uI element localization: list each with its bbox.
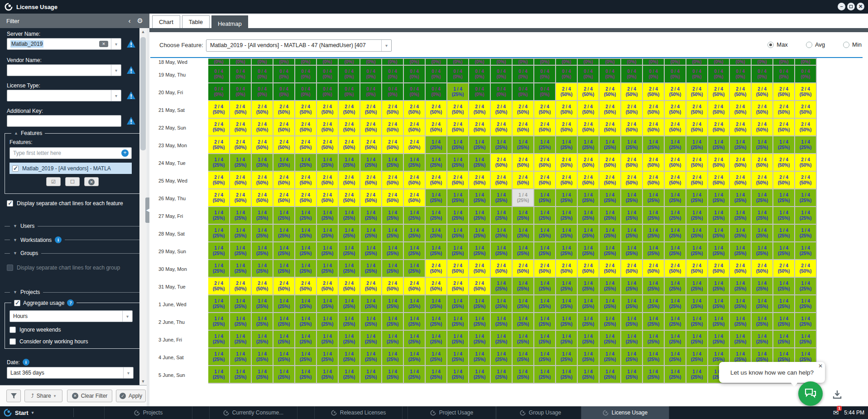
heatmap-cell[interactable]: 1 / 4(25%) [230, 225, 252, 242]
additional-key-input[interactable] [7, 115, 121, 127]
heatmap-cell[interactable]: 0 / 4(0%) [317, 83, 339, 101]
heatmap-cell[interactable]: 1 / 4(25%) [730, 331, 752, 348]
heatmap-cell[interactable]: 2 / 4(50%) [686, 172, 708, 189]
heatmap-cell[interactable]: 1 / 4(25%) [665, 225, 686, 242]
heatmap-cell[interactable]: 2 / 4(50%) [795, 101, 817, 119]
heatmap-cell[interactable]: 1 / 4(25%) [230, 260, 252, 278]
heatmap-cell[interactable]: 1 / 4(25%) [469, 207, 491, 225]
chevron-down-icon[interactable]: ▾ [122, 311, 132, 322]
help-icon[interactable]: ? [67, 299, 74, 306]
heatmap-cell[interactable]: 1 / 4(25%) [686, 225, 708, 242]
heatmap-cell[interactable]: 1 / 4(25%) [404, 313, 426, 331]
heatmap-cell[interactable]: 2 / 4(50%) [773, 260, 795, 278]
heatmap-cell[interactable]: 2 / 4(50%) [665, 101, 686, 119]
heatmap-cell[interactable]: 1 / 4(25%) [578, 225, 599, 242]
heatmap-cell[interactable]: 1 / 4(25%) [273, 207, 295, 225]
heatmap-cell[interactable]: 2 / 4(50%) [752, 154, 773, 172]
heatmap-cell[interactable]: 1 / 4(25%) [426, 366, 447, 384]
heatmap-cell[interactable]: 0 / 4(0%) [643, 66, 665, 83]
heatmap-cell[interactable]: 2 / 4(50%) [578, 260, 599, 278]
heatmap-cell[interactable]: 1 / 4(25%) [382, 225, 404, 242]
heatmap-cell[interactable]: 0 / 4(0%) [404, 66, 426, 83]
heatmap-cell[interactable]: 1 / 4(25%) [295, 331, 317, 348]
heatmap-cell[interactable]: 1 / 4(25%) [295, 154, 317, 172]
heatmap-cell[interactable]: 2 / 4(50%) [447, 172, 469, 189]
scroll-down-icon[interactable]: ▼ [139, 378, 147, 385]
heatmap-cell[interactable]: 2 / 4(50%) [252, 119, 273, 136]
heatmap-cell[interactable]: 1 / 4(25%) [252, 313, 273, 331]
heatmap-cell[interactable]: 2 / 4(50%) [556, 119, 578, 136]
heatmap-cell[interactable]: 1 / 4(25%) [252, 154, 273, 172]
heatmap-cell[interactable]: 1 / 4(25%) [317, 207, 339, 225]
heatmap-cell[interactable]: 1 / 4(25%) [665, 348, 686, 366]
heatmap-cell[interactable]: 1 / 4(25%) [447, 242, 469, 260]
heatmap-cell[interactable]: 2 / 4(50%) [621, 101, 643, 119]
heatmap-cell[interactable]: 2 / 4(50%) [752, 101, 773, 119]
separate-feature-checkbox-row[interactable]: Display separate chart lines for each fe… [7, 200, 123, 207]
heatmap-cell[interactable]: 2 / 4(50%) [534, 260, 556, 278]
heatmap-cell[interactable]: 1 / 4(25%) [643, 295, 665, 313]
heatmap-cell[interactable]: 0 / 4(0%) [317, 66, 339, 83]
heatmap-cell[interactable]: 1 / 4(25%) [295, 260, 317, 278]
heatmap-cell[interactable]: 1 / 4(25%) [491, 136, 513, 154]
heatmap-cell[interactable]: 1 / 4(25%) [513, 295, 534, 313]
heatmap-cell[interactable]: 0 / 4(0%) [252, 83, 273, 101]
heatmap-cell[interactable]: 1 / 4(25%) [556, 348, 578, 366]
heatmap-cell[interactable]: 1 / 4(25%) [578, 366, 599, 384]
heatmap-cell[interactable]: 0 / 4(0%) [556, 58, 578, 66]
heatmap-cell[interactable]: 2 / 4(50%) [491, 172, 513, 189]
heatmap-cell[interactable]: 2 / 4(50%) [382, 101, 404, 119]
heatmap-cell[interactable]: 2 / 4(50%) [665, 154, 686, 172]
heatmap-cell[interactable]: 2 / 4(50%) [273, 172, 295, 189]
heatmap-cell[interactable]: 1 / 4(25%) [665, 366, 686, 384]
heatmap-cell[interactable]: 2 / 4(50%) [404, 101, 426, 119]
heatmap-cell[interactable]: 1 / 4(25%) [730, 242, 752, 260]
heatmap-cell[interactable]: 2 / 4(50%) [317, 119, 339, 136]
vendor-name-select[interactable]: ▾ [7, 64, 121, 76]
heatmap-cell[interactable]: 1 / 4(25%) [621, 331, 643, 348]
heatmap-cell[interactable]: 2 / 4(50%) [230, 136, 252, 154]
heatmap-cell[interactable]: 2 / 4(50%) [578, 101, 599, 119]
heatmap-cell[interactable]: 1 / 4(25%) [795, 313, 817, 331]
heatmap-cell[interactable]: 0 / 4(0%) [773, 66, 795, 83]
heatmap-cell[interactable]: 1 / 4(25%) [578, 242, 599, 260]
heatmap-cell[interactable]: 1 / 4(25%) [252, 260, 273, 278]
heatmap-cell[interactable]: 2 / 4(50%) [621, 154, 643, 172]
heatmap-cell[interactable]: 1 / 4(25%) [621, 295, 643, 313]
heatmap-cell[interactable]: 2 / 4(50%) [513, 119, 534, 136]
heatmap-cell[interactable]: 0 / 4(0%) [273, 83, 295, 101]
heatmap-cell[interactable]: 2 / 4(50%) [708, 101, 730, 119]
heatmap-cell[interactable]: 1 / 4(25%) [556, 295, 578, 313]
heatmap-cell[interactable]: 1 / 4(25%) [686, 207, 708, 225]
heatmap-cell[interactable]: 1 / 4(25%) [469, 313, 491, 331]
heatmap-cell[interactable]: 1 / 4(25%) [360, 154, 382, 172]
heatmap-cell[interactable]: 1 / 4(25%) [208, 260, 230, 278]
heatmap-cell[interactable]: 1 / 4(25%) [752, 207, 773, 225]
heatmap-cell[interactable]: 2 / 4(50%) [643, 154, 665, 172]
heatmap-cell[interactable]: 0 / 4(0%) [295, 58, 317, 66]
tab-heatmap[interactable]: Heatmap [211, 15, 248, 32]
heatmap-cell[interactable]: 1 / 4(25%) [556, 278, 578, 295]
heatmap-cell[interactable]: 1 / 4(25%) [426, 225, 447, 242]
restore-icon[interactable] [847, 3, 855, 10]
heatmap-cell[interactable]: 2 / 4(50%) [621, 83, 643, 101]
heatmap-cell[interactable]: 2 / 4(50%) [578, 154, 599, 172]
heatmap-cell[interactable]: 2 / 4(50%) [469, 260, 491, 278]
heatmap-cell[interactable]: 2 / 4(50%) [317, 136, 339, 154]
heatmap-cell[interactable]: 2 / 4(50%) [230, 189, 252, 207]
heatmap-cell[interactable]: 1 / 4(25%) [643, 189, 665, 207]
radio-min[interactable]: Min [843, 41, 862, 48]
heatmap-cell[interactable]: 2 / 4(50%) [621, 119, 643, 136]
heatmap-cell[interactable]: 2 / 4(50%) [317, 278, 339, 295]
heatmap-cell[interactable]: 1 / 4(25%) [752, 313, 773, 331]
heatmap-cell[interactable]: 1 / 4(25%) [599, 242, 621, 260]
close-icon[interactable]: ✕ [857, 3, 864, 10]
heatmap-cell[interactable]: 0 / 4(0%) [730, 66, 752, 83]
heatmap-cell[interactable]: 1 / 4(25%) [578, 207, 599, 225]
heatmap-cell[interactable]: 0 / 4(0%) [513, 58, 534, 66]
mail-icon[interactable]: ✉ 1 [833, 409, 839, 417]
heatmap-cell[interactable]: 1 / 4(25%) [230, 313, 252, 331]
heatmap-cell[interactable]: 0 / 4(0%) [273, 58, 295, 66]
heatmap-cell[interactable]: 1 / 4(25%) [426, 136, 447, 154]
heatmap-cell[interactable]: 1 / 4(25%) [426, 189, 447, 207]
